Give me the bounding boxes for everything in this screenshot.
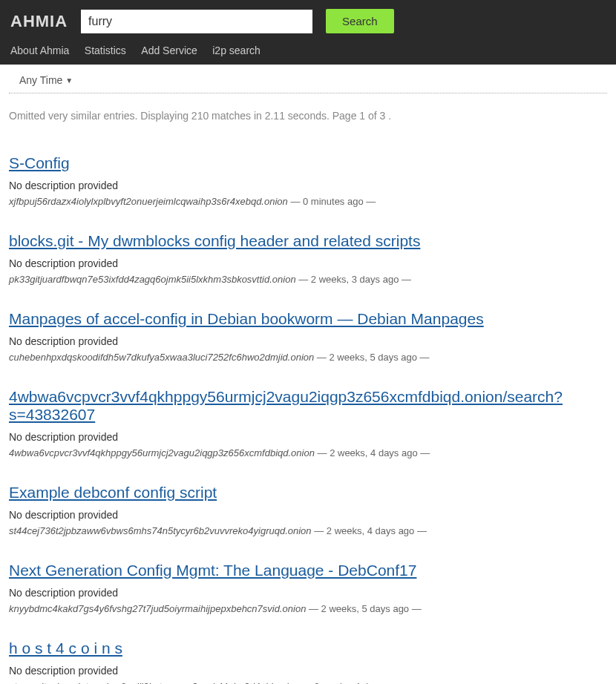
result-item: h o s t 4 c o i n sNo description provid… xyxy=(9,639,607,684)
result-description: No description provided xyxy=(9,180,607,191)
result-timestamp: — 2 weeks, 4 days ago — xyxy=(299,681,414,684)
result-timestamp: — 2 weeks, 4 days ago — xyxy=(315,447,430,458)
result-title-link[interactable]: Example debconf config script xyxy=(9,484,217,502)
result-timestamp: — 2 weeks, 5 days ago — xyxy=(306,603,421,614)
nav: About Ahmia Statistics Add Service i2p s… xyxy=(10,44,606,57)
result-url: 4wbwa6vcpvcr3vvf4qkhppgy56urmjcj2vagu2iq… xyxy=(9,447,315,458)
result-url: st44cej736t2jpbzaww6vbws6mhs74n5tycyr6b2… xyxy=(9,525,312,536)
result-url: knyybdmc4kakd7gs4y6fvshg27t7jud5oiyrmaih… xyxy=(9,603,306,614)
result-title-link[interactable]: S-Config xyxy=(9,154,70,172)
result-meta: pk33gitjuardfbwqn7e53ixfdd4zagq6ojmk5ii5… xyxy=(9,274,607,285)
header-top: AHMIA Search xyxy=(10,9,606,33)
result-meta: 4wbwa6vcpvcr3vvf4qkhppgy56urmjcj2vagu2iq… xyxy=(9,447,607,458)
result-meta: utnesraitaphpasjotsemksy2nplji3hntcvyupc… xyxy=(9,681,607,684)
result-timestamp: — 2 weeks, 5 days ago — xyxy=(314,352,429,363)
result-title-link[interactable]: blocks.git - My dwmblocks config header … xyxy=(9,232,420,250)
result-description: No description provided xyxy=(9,665,607,677)
nav-statistics[interactable]: Statistics xyxy=(85,45,126,56)
results-list: S-ConfigNo description providedxjfbpuj56… xyxy=(0,154,616,684)
result-title-link[interactable]: h o s t 4 c o i n s xyxy=(9,639,122,657)
result-title-link[interactable]: 4wbwa6vcpvcr3vvf4qkhppgy56urmjcj2vagu2iq… xyxy=(9,388,607,424)
result-item: blocks.git - My dwmblocks config header … xyxy=(9,232,607,285)
result-timestamp: — 2 weeks, 4 days ago — xyxy=(312,525,427,536)
result-title-link[interactable]: Next Generation Config Mgmt: The Languag… xyxy=(9,562,416,579)
result-url: utnesraitaphpasjotsemksy2nplji3hntcvyupc… xyxy=(9,681,299,684)
result-timestamp: — 0 minutes ago — xyxy=(288,196,376,207)
result-item: Next Generation Config Mgmt: The Languag… xyxy=(9,562,607,614)
time-filter[interactable]: Any Time ▼ xyxy=(19,74,73,86)
result-timestamp: — 2 weeks, 3 days ago — xyxy=(296,274,411,285)
header: AHMIA Search About Ahmia Statistics Add … xyxy=(0,0,616,65)
result-description: No description provided xyxy=(9,257,607,269)
caret-down-icon: ▼ xyxy=(65,76,73,85)
time-filter-label: Any Time xyxy=(19,74,62,86)
nav-about[interactable]: About Ahmia xyxy=(10,45,69,56)
result-url: cuhebenhpxdqskoodifdh5w7dkufya5xwaa3luci… xyxy=(9,352,314,363)
filter-bar: Any Time ▼ xyxy=(9,65,607,93)
nav-i2p-search[interactable]: i2p search xyxy=(212,45,261,56)
result-item: 4wbwa6vcpvcr3vvf4qkhppgy56urmjcj2vagu2iq… xyxy=(9,388,607,458)
result-description: No description provided xyxy=(9,335,607,347)
result-meta: xjfbpuj56rdazx4iolylxplbvyft2onuerjeimlc… xyxy=(9,196,607,207)
result-description: No description provided xyxy=(9,509,607,521)
status-text: Omitted very similar entries. Displaying… xyxy=(0,93,616,129)
nav-add-service[interactable]: Add Service xyxy=(141,45,197,56)
result-meta: knyybdmc4kakd7gs4y6fvshg27t7jud5oiyrmaih… xyxy=(9,603,607,614)
result-url: pk33gitjuardfbwqn7e53ixfdd4zagq6ojmk5ii5… xyxy=(9,274,296,285)
search-input[interactable] xyxy=(81,10,312,33)
logo[interactable]: AHMIA xyxy=(10,12,68,31)
result-item: Example debconf config scriptNo descript… xyxy=(9,484,607,536)
result-item: Manpages of accel-config in Debian bookw… xyxy=(9,310,607,363)
result-item: S-ConfigNo description providedxjfbpuj56… xyxy=(9,154,607,207)
result-meta: cuhebenhpxdqskoodifdh5w7dkufya5xwaa3luci… xyxy=(9,352,607,363)
result-url: xjfbpuj56rdazx4iolylxplbvyft2onuerjeimlc… xyxy=(9,196,288,207)
result-description: No description provided xyxy=(9,431,607,443)
result-meta: st44cej736t2jpbzaww6vbws6mhs74n5tycyr6b2… xyxy=(9,525,607,536)
result-description: No description provided xyxy=(9,587,607,599)
result-title-link[interactable]: Manpages of accel-config in Debian bookw… xyxy=(9,310,484,328)
search-button[interactable]: Search xyxy=(326,9,394,33)
